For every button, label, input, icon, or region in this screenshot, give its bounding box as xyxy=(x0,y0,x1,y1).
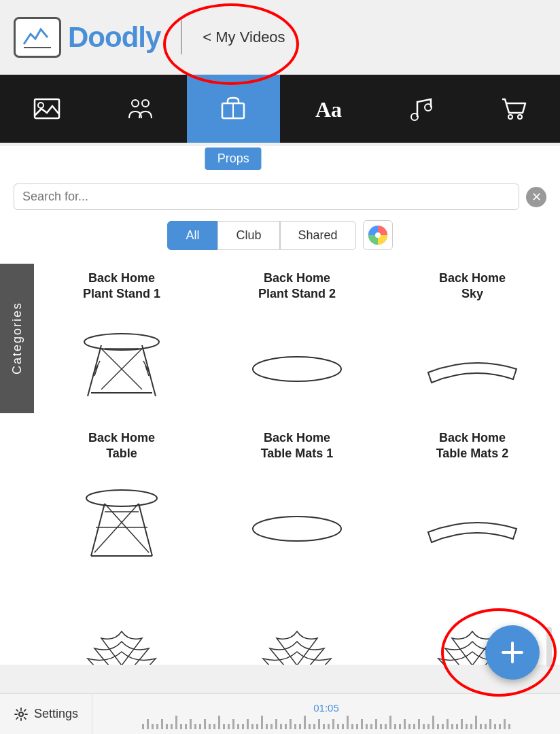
toolbar-item-props[interactable]: Props xyxy=(187,75,280,143)
tick xyxy=(328,724,330,729)
tick xyxy=(299,724,301,729)
tick xyxy=(489,719,491,729)
filter-all-button[interactable]: All xyxy=(167,221,217,250)
prop-image xyxy=(411,468,533,576)
prop-name: Back HomePlant Stand 1 xyxy=(83,270,160,302)
svg-line-32 xyxy=(105,504,149,553)
tick xyxy=(261,716,263,729)
prop-name: Back HomeSky xyxy=(439,270,506,302)
svg-point-3 xyxy=(132,100,139,107)
tick xyxy=(404,719,406,729)
tick xyxy=(413,724,415,729)
tick xyxy=(290,719,292,729)
tick xyxy=(418,719,420,729)
tick xyxy=(280,724,282,729)
tick xyxy=(332,719,334,729)
cart-icon xyxy=(498,94,528,124)
prop-sky-icon xyxy=(418,315,527,410)
prop-image xyxy=(60,308,183,417)
tick xyxy=(204,719,206,729)
list-item[interactable]: Back HomeSky xyxy=(385,264,560,423)
timeline-ticks xyxy=(142,716,510,729)
categories-sidebar[interactable]: Categories xyxy=(0,264,34,413)
tick xyxy=(242,724,244,729)
svg-point-2 xyxy=(38,103,43,108)
prop-tree-1-icon xyxy=(81,611,162,665)
text-icon: Aa xyxy=(312,94,342,124)
tick xyxy=(218,716,220,729)
toolbar-item-images[interactable] xyxy=(0,75,93,143)
search-clear-button[interactable]: ✕ xyxy=(526,187,546,207)
prop-name: Back HomeTable Mats 2 xyxy=(436,430,509,462)
tick xyxy=(432,716,434,729)
tick xyxy=(342,724,344,729)
tick xyxy=(470,724,472,729)
toolbar-item-text[interactable]: Aa xyxy=(280,75,373,143)
toolbar-item-cart[interactable] xyxy=(467,75,560,143)
tick xyxy=(380,724,382,729)
svg-text:Aa: Aa xyxy=(315,97,342,122)
prop-image xyxy=(60,611,183,665)
svg-point-13 xyxy=(375,232,381,238)
filter-tabs: All Club Shared xyxy=(0,220,560,264)
tick xyxy=(427,724,430,729)
tick xyxy=(461,719,463,729)
prop-table-icon xyxy=(67,474,176,570)
color-wheel-button[interactable] xyxy=(363,220,393,250)
prop-plant-stand-2-icon xyxy=(243,315,351,410)
search-area: ✕ xyxy=(0,146,560,220)
filter-club-button[interactable]: Club xyxy=(217,221,279,250)
tick xyxy=(223,724,225,729)
my-videos-link[interactable]: < My Videos xyxy=(203,29,285,46)
logo-text: Doodly xyxy=(68,21,160,54)
tick xyxy=(175,716,177,729)
tick xyxy=(166,724,168,729)
tick xyxy=(156,724,158,729)
svg-point-34 xyxy=(253,517,341,541)
tick xyxy=(147,719,149,729)
list-item[interactable]: Back HomeTable xyxy=(34,423,209,583)
list-item[interactable]: Back HomeTable Mats 2 xyxy=(385,423,560,583)
toolbar-item-music[interactable] xyxy=(373,75,466,143)
tick xyxy=(385,724,387,729)
settings-button[interactable]: Settings xyxy=(0,694,92,734)
tick xyxy=(275,719,277,729)
tick xyxy=(370,724,372,729)
tick xyxy=(361,719,363,729)
image-icon xyxy=(32,94,62,124)
list-item[interactable]: Tree 2 xyxy=(209,583,385,665)
list-item[interactable]: Back HomePlant Stand 2 xyxy=(209,264,385,423)
drag-handle[interactable] xyxy=(546,627,552,667)
tick xyxy=(199,724,201,729)
tick xyxy=(270,724,273,729)
tick xyxy=(347,716,349,729)
add-button[interactable] xyxy=(485,625,540,680)
tick xyxy=(251,724,253,729)
tick xyxy=(285,724,287,729)
list-item[interactable]: Back HomeTable Mats 1 xyxy=(209,423,385,583)
tick xyxy=(442,724,444,729)
tick xyxy=(389,716,391,729)
toolbar-item-characters[interactable] xyxy=(93,75,186,143)
svg-point-25 xyxy=(253,357,341,381)
tick xyxy=(451,724,453,729)
prop-image xyxy=(236,308,358,417)
tick xyxy=(499,724,501,729)
tick xyxy=(494,724,496,729)
list-item[interactable]: Back HomePlant Stand 1 xyxy=(34,264,209,423)
tick xyxy=(309,724,311,729)
settings-label: Settings xyxy=(34,707,78,721)
tick xyxy=(171,724,173,729)
prop-name: Back HomeTable Mats 1 xyxy=(261,430,334,462)
tick xyxy=(209,724,211,729)
list-item[interactable]: Tree 1 xyxy=(34,583,209,665)
bottom-bar: Settings 01:05 xyxy=(0,693,560,734)
tick xyxy=(337,724,339,729)
search-input-wrap[interactable] xyxy=(14,184,519,210)
svg-point-26 xyxy=(86,490,157,506)
header-divider xyxy=(181,20,182,54)
tick xyxy=(247,719,249,729)
search-input[interactable] xyxy=(22,190,510,204)
tick xyxy=(485,724,487,729)
filter-shared-button[interactable]: Shared xyxy=(280,221,356,250)
